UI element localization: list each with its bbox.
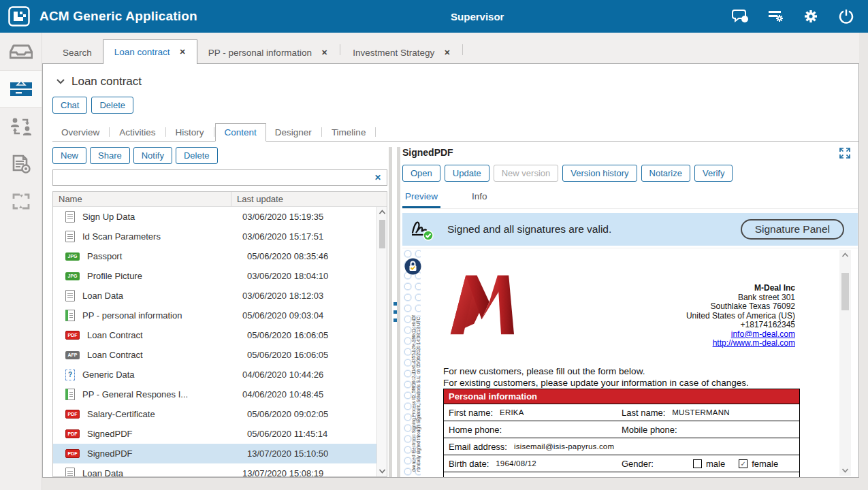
document-name: SignedPDF [87,429,247,439]
user-role-label: Supervisor [451,11,504,22]
signature-panel-button[interactable]: Signature Panel [741,219,844,240]
case-actions: Chat Delete [52,97,858,114]
subtab-history[interactable]: History [167,124,213,141]
update-button[interactable]: Update [445,165,489,182]
doc-file-icon [65,211,75,223]
female-checkbox-checked: ✓ [739,459,748,468]
document-table: Name Last update Sign Up Data 03/06/2020… [52,191,387,477]
document-last-update: 05/06/2020 16:06:05 [247,350,376,360]
email-link[interactable]: info@m-deal.com [731,329,795,339]
topbar-icons [732,8,856,24]
list-scrollbar[interactable] [376,207,387,476]
clear-filter-icon[interactable]: ✕ [369,173,387,182]
tab-pp-personal-information[interactable]: PP - personal information✕ [197,42,338,63]
open-button[interactable]: Open [402,165,440,182]
main-area: Search Loan contract✕ PP - personal info… [42,33,859,478]
table-row[interactable]: Loan Data 13/07/2020 15:08:19 [53,463,376,476]
logout-power-icon[interactable] [838,8,856,24]
pdf-file-icon: PDF [65,429,80,438]
subtab-activities[interactable]: Activities [110,124,164,141]
settings-gear-icon[interactable] [803,8,820,24]
notify-button[interactable]: Notify [133,147,172,164]
splitter-grip-icon [393,302,397,322]
table-row[interactable]: PDF SignedPDF 13/07/2020 15:10:50 [53,444,376,463]
chevron-down-icon[interactable] [57,79,65,84]
scrollbar-thumb[interactable] [379,220,385,248]
queue-settings-icon[interactable] [767,8,785,24]
delete-case-button[interactable]: Delete [91,97,133,114]
close-icon[interactable]: ✕ [444,48,450,57]
handover-users-icon [10,117,32,136]
sidebar-item-handover[interactable] [0,108,42,145]
tab-strip: Search Loan contract✕ PP - personal info… [42,33,859,63]
tab-investment-strategy[interactable]: Investment Strategy✕ [342,42,461,63]
column-header-last-update[interactable]: Last update [231,192,376,206]
scrollbar-thumb[interactable] [841,273,849,310]
subtab-content[interactable]: Content [215,123,266,142]
table-row[interactable]: ? Generic Data 04/06/2020 10:44:26 [53,365,376,385]
table-row[interactable]: PDF Loan Contract 05/06/2020 16:06:05 [53,325,376,345]
filter-bar: ✕ [52,169,387,186]
table-row[interactable]: PP - personal information 05/06/2020 09:… [53,306,376,325]
tab-search[interactable]: Search [52,42,103,63]
share-button[interactable]: Share [90,147,130,164]
new-button[interactable]: New [52,147,86,164]
document-toolbar: New Share Notify Delete [52,147,387,164]
table-row[interactable]: PDF SignedPDF 05/06/2020 11:45:14 [53,424,376,444]
table-header: Name Last update [53,192,387,207]
table-row[interactable]: JPG Passport 05/06/2020 08:35:46 [53,246,376,266]
m-deal-logo [449,270,514,340]
sidebar-item-inbox[interactable] [0,33,42,70]
document-last-update: 03/06/2020 18:04:10 [247,271,376,281]
greendoc-file-icon [65,389,75,400]
tab-preview[interactable]: Preview [402,187,440,208]
tab-loan-contract[interactable]: Loan contract✕ [103,39,197,64]
app-logo-icon [8,6,30,27]
new-version-button[interactable]: New version [494,165,559,182]
email-value: isisemail@isis-papyrus.com [514,442,614,451]
document-last-update: 05/06/2020 16:06:05 [247,330,376,340]
expand-icon[interactable] [839,147,851,159]
scroll-up-icon [379,208,386,216]
personal-information-form: Personal information First name:ERIKA La… [443,389,800,477]
preview-scrollbar[interactable] [839,250,851,476]
website-link[interactable]: http://www.m-deal.com [713,338,795,348]
close-icon[interactable]: ✕ [180,48,186,56]
work-area: Loan contract Chat Delete Overview Activ… [42,63,859,478]
document-name: Passport [87,251,247,261]
column-header-name[interactable]: Name [53,192,231,206]
sidebar-item-document-search[interactable] [0,145,42,182]
table-row[interactable]: PDF Salary-Certificate 05/06/2020 09:02:… [53,404,376,424]
table-row[interactable]: PP - General Respones I... 04/06/2020 10… [53,385,376,404]
table-row[interactable]: Sign Up Data 03/06/2020 15:19:35 [53,207,376,227]
pane-splitter[interactable] [387,147,402,477]
close-icon[interactable]: ✕ [321,48,327,57]
signing-process-text: dvanced Electronic Signing Process ID: 5… [411,248,421,472]
table-row[interactable]: Id Scan Parameters 03/06/2020 15:17:51 [53,227,376,246]
subtab-designer[interactable]: Designer [266,124,321,141]
pdf-file-icon: PDF [65,410,80,419]
first-name-value: ERIKA [500,408,524,416]
table-row[interactable]: Loan Data 03/06/2020 18:12:03 [53,286,376,306]
sidebar-item-process[interactable] [0,182,42,220]
chat-icon[interactable] [732,8,750,24]
table-row[interactable]: JPG Profile Picture 03/06/2020 18:04:10 [53,266,376,286]
scroll-up-icon [841,251,849,259]
sidebar-item-cases[interactable] [0,70,42,108]
notarize-button[interactable]: Notarize [641,165,690,182]
cases-icon [10,80,33,98]
birth-date-value: 1964/08/12 [496,459,536,468]
version-history-button[interactable]: Version history [562,165,637,182]
table-row[interactable]: AFP Loan Contract 05/06/2020 16:06:05 [53,345,376,365]
subtab-timeline[interactable]: Timeline [323,124,375,141]
tab-info[interactable]: Info [469,187,490,208]
subtab-overview[interactable]: Overview [52,124,108,141]
chat-button[interactable]: Chat [52,97,87,114]
inbox-tray-icon [10,43,33,61]
verify-button[interactable]: Verify [694,165,733,182]
preview-title: SignedPDF [402,147,453,158]
filter-input[interactable] [53,170,369,185]
preview-pane: SignedPDF Open Update New version Versio… [402,147,858,477]
case-header: Loan contract [57,75,858,88]
delete-document-button[interactable]: Delete [176,147,218,164]
